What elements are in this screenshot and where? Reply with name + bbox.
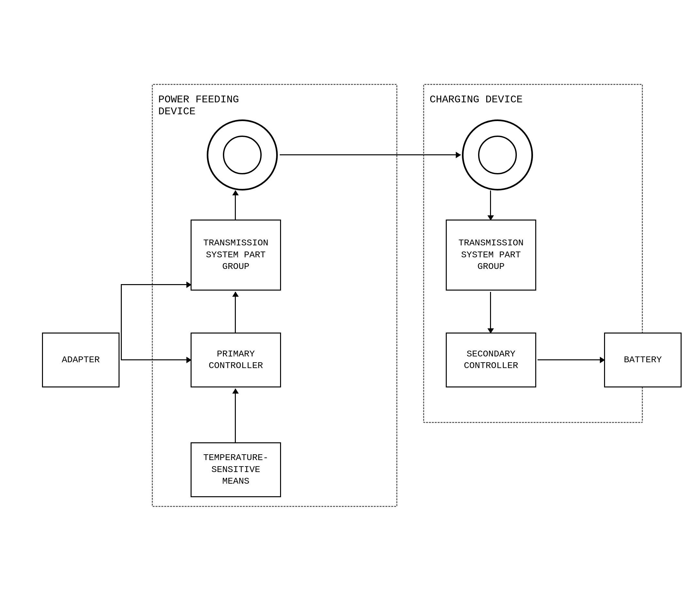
arrow-51-to-53: [490, 190, 491, 220]
coil-51-inner: [478, 136, 517, 174]
block-39: TEMPERATURE-SENSITIVEMEANS: [191, 442, 281, 497]
block-53: TRANSMISSIONSYSTEM PARTGROUP: [446, 219, 536, 291]
charging-device-title: CHARGING DEVICE: [430, 94, 523, 106]
block-57: BATTERY: [604, 333, 681, 387]
arrow-55-to-57: [538, 359, 605, 360]
arrow-39-to-37: [235, 389, 236, 443]
power-feeding-device-title: POWER FEEDINGDEVICE: [158, 94, 239, 118]
connector-v-adapter-33: [121, 284, 122, 360]
arrow-37-to-33: [235, 292, 236, 333]
block-33: TRANSMISSIONSYSTEM PARTGROUP: [191, 219, 281, 291]
block-37: PRIMARYCONTROLLER: [191, 333, 281, 387]
arrow-adapter-to-33: [121, 284, 191, 285]
block-55: SECONDARYCONTROLLER: [446, 333, 536, 387]
arrow-53-to-55: [490, 292, 491, 333]
arrow-adapter-to-37: [121, 359, 191, 360]
block-31: ADAPTER: [42, 333, 120, 387]
coil-35-inner: [223, 136, 261, 174]
arrow-coil-to-coil: [280, 154, 460, 155]
arrow-33-to-35: [235, 190, 236, 220]
